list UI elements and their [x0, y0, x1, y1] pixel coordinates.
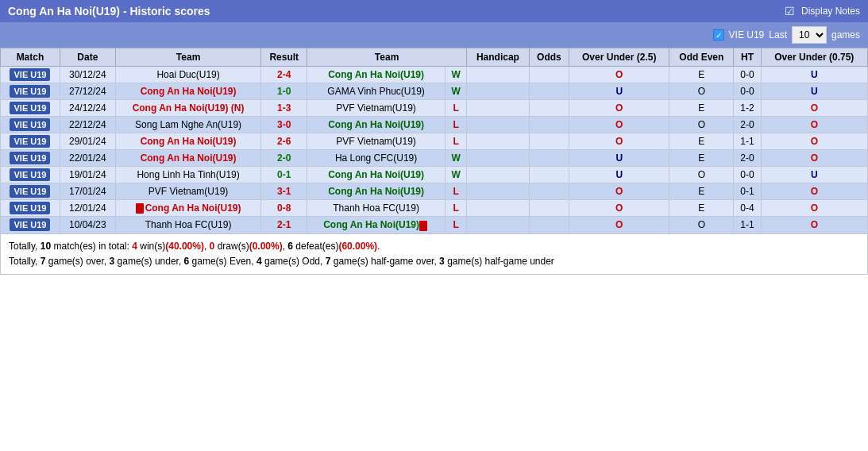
- odds-cell: [529, 217, 569, 233]
- date-cell: 17/01/24: [60, 183, 115, 200]
- league-checkbox[interactable]: ✓: [713, 29, 724, 40]
- table-row: VIE U1910/04/23Thanh Hoa FC(U19)2-1Cong …: [1, 217, 868, 233]
- team2-cell: Ha Long CFC(U19): [307, 150, 446, 167]
- ht-cell: 0-1: [734, 183, 761, 200]
- odds-cell: [529, 67, 569, 83]
- ou075-cell: O: [761, 133, 867, 150]
- col-ht: HT: [734, 48, 761, 67]
- handicap-cell: [467, 67, 530, 83]
- date-cell: 27/12/24: [60, 83, 115, 100]
- team1-cell: Song Lam Nghe An(U19): [115, 117, 261, 133]
- match-badge[interactable]: VIE U19: [10, 185, 50, 198]
- table-row: VIE U1919/01/24Hong Linh Ha Tinh(U19)0-1…: [1, 167, 868, 183]
- wl-cell: L: [446, 217, 467, 233]
- ht-cell: 0-0: [734, 67, 761, 83]
- oe-cell: E: [669, 100, 734, 117]
- match-badge[interactable]: VIE U19: [10, 168, 50, 181]
- odd-games: 4: [257, 256, 262, 267]
- ht-cell: 1-1: [734, 217, 761, 233]
- display-notes-check[interactable]: ☑: [785, 5, 795, 17]
- team1-cell: PVF Vietnam(U19): [115, 183, 261, 200]
- handicap-cell: [467, 150, 530, 167]
- team1-cell: Cong An Ha Noi(U19): [115, 200, 261, 217]
- match-cell: VIE U19: [1, 167, 60, 183]
- draws-pct: (0.00%): [249, 241, 283, 252]
- match-badge[interactable]: VIE U19: [10, 118, 50, 131]
- summary-line2: Totally, 7 game(s) over, 3 game(s) under…: [9, 254, 859, 269]
- handicap-cell: [467, 83, 530, 100]
- match-badge[interactable]: VIE U19: [10, 68, 50, 81]
- handicap-cell: [467, 217, 530, 233]
- team2-cell: Cong An Ha Noi(U19): [307, 67, 446, 83]
- wl-cell: W: [446, 67, 467, 83]
- last-count-select[interactable]: 10 20 30: [792, 26, 827, 44]
- ou075-cell: O: [761, 100, 867, 117]
- match-badge[interactable]: VIE U19: [10, 135, 50, 148]
- wins-pct: (40.00%): [165, 241, 204, 252]
- match-badge[interactable]: VIE U19: [10, 85, 50, 98]
- oe-cell: O: [669, 217, 734, 233]
- date-cell: 24/12/24: [60, 100, 115, 117]
- team1-cell: Hoai Duc(U19): [115, 67, 261, 83]
- wl-cell: L: [446, 133, 467, 150]
- team2-cell: PVF Vietnam(U19): [307, 100, 446, 117]
- col-team2: Team: [307, 48, 467, 67]
- odds-cell: [529, 167, 569, 183]
- date-cell: 22/01/24: [60, 150, 115, 167]
- match-badge[interactable]: VIE U19: [10, 152, 50, 164]
- oe-cell: O: [669, 83, 734, 100]
- handicap-cell: [467, 167, 530, 183]
- team2-cell: Cong An Ha Noi(U19): [307, 217, 446, 233]
- odds-cell: [529, 200, 569, 217]
- match-cell: VIE U19: [1, 150, 60, 167]
- wl-cell: L: [446, 200, 467, 217]
- match-cell: VIE U19: [1, 217, 60, 233]
- ou075-cell: U: [761, 67, 867, 83]
- ou25-cell: O: [569, 217, 669, 233]
- match-badge[interactable]: VIE U19: [10, 202, 50, 214]
- wins-count: 4: [132, 241, 137, 252]
- match-cell: VIE U19: [1, 83, 60, 100]
- ou25-cell: U: [569, 150, 669, 167]
- main-container: Cong An Ha Noi(U19) - Historic scores ☑ …: [0, 0, 868, 275]
- date-cell: 19/01/24: [60, 167, 115, 183]
- score-cell: 1-3: [261, 100, 307, 117]
- date-cell: 10/04/23: [60, 217, 115, 233]
- match-cell: VIE U19: [1, 117, 60, 133]
- odds-cell: [529, 133, 569, 150]
- ou25-cell: U: [569, 83, 669, 100]
- header: Cong An Ha Noi(U19) - Historic scores ☑ …: [0, 0, 868, 22]
- date-cell: 12/01/24: [60, 200, 115, 217]
- summary-bar: Totally, 10 match(es) in total: 4 win(s)…: [0, 234, 868, 275]
- col-team1: Team: [115, 48, 261, 67]
- team2-cell: Cong An Ha Noi(U19): [307, 117, 446, 133]
- draws-count: 0: [210, 241, 215, 252]
- table-row: VIE U1924/12/24Cong An Ha Noi(U19) (N)1-…: [1, 100, 868, 117]
- col-result: Result: [261, 48, 307, 67]
- handicap-cell: [467, 100, 530, 117]
- match-badge[interactable]: VIE U19: [10, 218, 50, 231]
- oe-cell: E: [669, 200, 734, 217]
- red-card-icon: [419, 221, 427, 231]
- display-notes-label: Display Notes: [801, 6, 860, 17]
- league-label: VIE U19: [729, 29, 765, 40]
- handicap-cell: [467, 133, 530, 150]
- col-match: Match: [1, 48, 60, 67]
- odds-cell: [529, 83, 569, 100]
- ht-cell: 0-0: [734, 167, 761, 183]
- defeats-count: 6: [287, 241, 293, 252]
- ou075-cell: O: [761, 117, 867, 133]
- wl-cell: L: [446, 117, 467, 133]
- header-right: ☑ Display Notes: [785, 5, 860, 17]
- half-over-games: 7: [326, 256, 331, 267]
- table-row: VIE U1930/12/24Hoai Duc(U19)2-4Cong An H…: [1, 67, 868, 83]
- match-badge[interactable]: VIE U19: [10, 102, 50, 114]
- score-cell: 0-8: [261, 200, 307, 217]
- team1-cell: Thanh Hoa FC(U19): [115, 217, 261, 233]
- even-games: 6: [184, 256, 190, 267]
- wl-cell: W: [446, 167, 467, 183]
- ou25-cell: O: [569, 100, 669, 117]
- score-cell: 2-0: [261, 150, 307, 167]
- wl-cell: W: [446, 83, 467, 100]
- oe-cell: E: [669, 150, 734, 167]
